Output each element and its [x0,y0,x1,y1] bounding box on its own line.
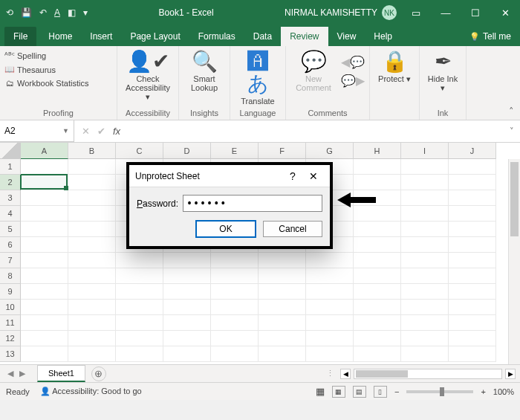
zoom-slider[interactable] [406,390,473,393]
password-input[interactable] [183,195,322,212]
cell[interactable] [449,315,496,331]
cell[interactable] [449,346,496,362]
cell[interactable] [163,346,211,362]
font-color-icon[interactable]: A [54,7,60,18]
cell[interactable] [21,300,68,315]
column-header[interactable]: J [449,143,496,159]
row-header[interactable]: 6 [0,237,21,253]
dialog-help-button[interactable]: ? [282,170,303,182]
cell[interactable] [21,268,68,284]
cell[interactable] [401,315,449,331]
tell-me[interactable]: Tell me [461,27,520,46]
cell[interactable] [68,222,116,237]
column-header[interactable]: G [306,143,354,159]
cell[interactable] [21,253,68,268]
cell[interactable] [354,268,401,284]
cell[interactable] [68,268,116,284]
column-header[interactable]: B [68,143,116,159]
row-header[interactable]: 5 [0,222,21,237]
row-header[interactable]: 10 [0,300,21,315]
row-header[interactable]: 2 [0,175,21,190]
tab-page-layout[interactable]: Page Layout [121,27,189,46]
cell[interactable] [449,190,496,206]
cell[interactable] [401,190,449,206]
cell[interactable] [354,284,401,300]
fill-color-icon[interactable]: ◧ [68,7,76,18]
cell[interactable] [354,175,401,190]
cell[interactable] [259,268,306,284]
cell[interactable] [68,315,116,331]
cell[interactable] [449,300,496,315]
cell[interactable] [401,346,449,362]
expand-formula-bar-icon[interactable]: ˅ [504,126,520,136]
column-header[interactable]: F [259,143,306,159]
zoom-out-button[interactable]: − [394,387,399,396]
cell[interactable] [449,237,496,253]
horizontal-scrollbar[interactable] [354,369,502,379]
check-accessibility-button[interactable]: 👤✔Check Accessibility ▾ [122,49,174,103]
cell[interactable] [21,190,68,206]
cell[interactable] [401,206,449,222]
cell[interactable] [354,222,401,237]
cell[interactable] [354,300,401,315]
cell[interactable] [116,253,163,268]
cell[interactable] [401,222,449,237]
display-settings-icon[interactable]: ▦ [316,386,325,397]
cell[interactable] [21,331,68,346]
cell[interactable] [21,346,68,362]
cell[interactable] [259,253,306,268]
cell[interactable] [163,300,211,315]
cell[interactable] [401,159,449,175]
cell[interactable] [211,253,259,268]
cell[interactable] [259,331,306,346]
cell[interactable] [449,284,496,300]
column-header[interactable]: E [211,143,259,159]
cell[interactable] [68,284,116,300]
cell[interactable] [354,237,401,253]
cell[interactable] [354,331,401,346]
column-header[interactable]: H [354,143,401,159]
row-header[interactable]: 11 [0,315,21,331]
cell[interactable] [306,331,354,346]
row-header[interactable]: 1 [0,159,21,175]
row-header[interactable]: 3 [0,190,21,206]
undo-icon[interactable]: ↶ [39,7,47,18]
tab-file[interactable]: File [4,27,36,46]
cell[interactable] [116,268,163,284]
row-header[interactable]: 4 [0,206,21,222]
hscroll-split-icon[interactable]: ⋮ [326,369,334,378]
user-avatar[interactable]: NK [382,5,397,20]
tab-formulas[interactable]: Formulas [189,27,244,46]
cell[interactable] [21,237,68,253]
cell[interactable] [354,253,401,268]
cell[interactable] [306,284,354,300]
cell[interactable] [68,175,116,190]
smart-lookup-button[interactable]: 🔍Smart Lookup [183,49,225,94]
cell[interactable] [163,284,211,300]
status-accessibility[interactable]: 👤 Accessibility: Good to go [40,387,142,396]
row-header[interactable]: 13 [0,346,21,362]
cell[interactable] [68,346,116,362]
tab-insert[interactable]: Insert [81,27,121,46]
row-header[interactable]: 9 [0,284,21,300]
page-break-view-button[interactable]: ▯ [374,386,387,398]
maximize-button[interactable]: ☐ [461,0,490,25]
cell[interactable] [306,253,354,268]
translate-button[interactable]: 🅰あTranslate [235,49,281,107]
cell[interactable] [449,206,496,222]
hscroll-right-icon[interactable]: ▶ [505,369,516,379]
row-header[interactable]: 8 [0,268,21,284]
spelling-button[interactable]: ᴬᴮᶜSpelling [4,49,46,62]
cell[interactable] [68,300,116,315]
hscroll-left-icon[interactable]: ◀ [340,369,351,379]
cell[interactable] [354,206,401,222]
cell[interactable] [163,331,211,346]
cell[interactable] [259,346,306,362]
cell[interactable] [21,222,68,237]
cell[interactable] [68,206,116,222]
cell[interactable] [401,175,449,190]
thesaurus-button[interactable]: 📖Thesaurus [4,63,56,76]
cell[interactable] [259,284,306,300]
collapse-ribbon-icon[interactable]: ˄ [509,106,514,117]
qat-more-icon[interactable]: ▾ [83,7,88,18]
